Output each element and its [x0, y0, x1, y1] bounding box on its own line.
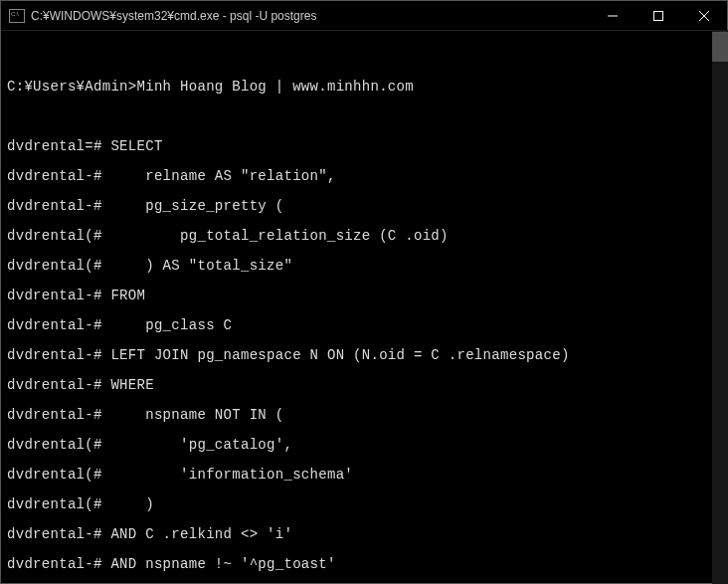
sql-line: dvdrental-# WHERE	[7, 378, 721, 393]
sql-line: dvdrental-# AND C .relkind <> 'i'	[7, 527, 721, 542]
sql-line: dvdrental=# SELECT	[7, 139, 721, 154]
sql-line: dvdrental-# nspname NOT IN (	[7, 408, 721, 423]
window-controls	[590, 1, 727, 30]
blank-line	[7, 109, 721, 124]
sql-line: dvdrental(# )	[7, 497, 721, 512]
sql-line: dvdrental-# LEFT JOIN pg_namespace N ON …	[7, 348, 721, 363]
header-line: C:¥Users¥Admin>Minh Hoang Blog | www.min…	[7, 80, 721, 95]
sql-line: dvdrental-# relname AS "relation",	[7, 169, 721, 184]
window-title: C:¥WINDOWS¥system32¥cmd.exe - psql -U po…	[31, 9, 316, 23]
cmd-icon	[9, 9, 25, 23]
window-titlebar: C:¥WINDOWS¥system32¥cmd.exe - psql -U po…	[1, 1, 727, 31]
sql-line: dvdrental(# ) AS "total_size"	[7, 259, 721, 274]
close-button[interactable]	[681, 1, 727, 30]
sql-line: dvdrental-# FROM	[7, 289, 721, 303]
sql-line: dvdrental(# 'information_schema'	[7, 468, 721, 483]
maximize-button[interactable]	[636, 1, 681, 30]
blank-line	[7, 50, 721, 65]
sql-line: dvdrental(# 'pg_catalog',	[7, 438, 721, 453]
svg-rect-1	[654, 11, 663, 20]
terminal-output[interactable]: C:¥Users¥Admin>Minh Hoang Blog | www.min…	[1, 31, 727, 584]
sql-line: dvdrental-# pg_class C	[7, 318, 721, 333]
sql-line: dvdrental-# pg_size_pretty (	[7, 199, 721, 214]
sql-line: dvdrental-# AND nspname !~ '^pg_toast'	[7, 557, 721, 572]
minimize-button[interactable]	[590, 1, 636, 30]
sql-line: dvdrental(# pg_total_relation_size (C .o…	[7, 229, 721, 244]
